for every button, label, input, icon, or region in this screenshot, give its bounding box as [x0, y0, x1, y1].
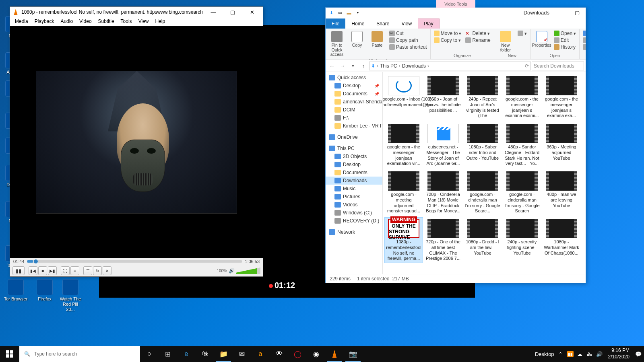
seek-slider[interactable]: [27, 260, 243, 263]
file-item[interactable]: 720p - One of the all time best CLIMAX -…: [424, 217, 462, 263]
prev-button[interactable]: ▮◀: [29, 266, 37, 275]
nav-item[interactable]: Videos: [326, 201, 382, 209]
nav-item[interactable]: Desktop📌: [326, 82, 382, 90]
amazon-icon[interactable]: a: [251, 346, 270, 362]
file-item[interactable]: google.com - cinderalla man I'm sorry - …: [463, 170, 502, 216]
menu-video[interactable]: Video: [76, 17, 95, 26]
volume-tray-icon[interactable]: 🔊: [596, 351, 603, 357]
mail-icon[interactable]: ✉: [233, 346, 251, 362]
select-none-button[interactable]: Select none: [582, 37, 586, 43]
volume-slider[interactable]: [236, 267, 260, 274]
nav-item[interactable]: Documents📌: [326, 90, 382, 98]
delete-button[interactable]: ✕Delete ▾: [464, 30, 491, 37]
desktop-icon[interactable]: Firefox: [32, 279, 57, 302]
forward-button[interactable]: →: [338, 61, 347, 71]
nav-item[interactable]: 3D Objects: [326, 152, 382, 160]
file-item[interactable]: cutscenes.net - Messenger - The Story of…: [424, 122, 462, 168]
qat-folder-icon[interactable]: ▬: [345, 9, 353, 17]
new-folder-button[interactable]: New folder: [497, 30, 514, 53]
file-item[interactable]: 480p - man we are leaving YouTube: [542, 170, 581, 216]
file-item[interactable]: mail.google.com - Inbox (109) - noselfno…: [384, 74, 423, 121]
open-button[interactable]: Open ▾: [553, 30, 577, 37]
nav-item[interactable]: Music: [326, 185, 382, 193]
loop-button[interactable]: ↻: [93, 266, 102, 275]
file-item[interactable]: 720p - Cinderella Man (18) Movie CLIP - …: [424, 170, 462, 216]
nav-item[interactable]: DCIM: [326, 106, 382, 114]
tab-play[interactable]: Play: [418, 19, 439, 29]
show-desktop-label[interactable]: Desktop: [535, 351, 554, 357]
copy-path-button[interactable]: Copy path: [388, 37, 428, 43]
search-input[interactable]: Search Downloads: [532, 62, 584, 70]
menu-playback[interactable]: Playback: [31, 17, 58, 26]
nav-item[interactable]: Documents: [326, 169, 382, 177]
file-item[interactable]: 1080p - Saber rider Intro and Outro - Yo…: [463, 122, 502, 168]
nav-item[interactable]: Quick access: [326, 74, 382, 82]
camera-icon[interactable]: 📷: [344, 346, 362, 362]
history-button[interactable]: History: [553, 44, 577, 50]
file-item[interactable]: 360p - Meeting adjourned YouTube: [542, 122, 581, 168]
shuffle-button[interactable]: ✕: [103, 266, 111, 275]
nav-item[interactable]: Downloads: [326, 177, 382, 185]
menu-subtitle[interactable]: Subtitle: [95, 17, 118, 26]
menu-help[interactable]: Help: [152, 17, 168, 26]
tab-home[interactable]: Home: [345, 19, 370, 29]
playlist-button[interactable]: ☰: [83, 266, 92, 275]
clock[interactable]: 9:16 PM2/10/2020: [606, 348, 632, 360]
close-button[interactable]: ✕: [244, 7, 260, 17]
file-item[interactable]: 240p - Repeat Joan of Arc's virginity is…: [463, 74, 502, 121]
paste-shortcut-button[interactable]: Paste shortcut: [388, 44, 428, 50]
copy-button[interactable]: Copy: [348, 30, 366, 49]
minimize-button[interactable]: ―: [205, 7, 222, 17]
address-bar[interactable]: ⬇› This PC› Downloads› ⟳: [369, 62, 531, 70]
menu-audio[interactable]: Audio: [57, 17, 76, 26]
edit-button[interactable]: Edit: [553, 37, 577, 43]
notifications-icon[interactable]: 💬: [635, 351, 642, 357]
properties-button[interactable]: ✔Properties: [533, 30, 551, 49]
nav-item[interactable]: F:\: [326, 114, 382, 122]
nav-item[interactable]: Network: [326, 228, 382, 236]
invert-selection-button[interactable]: Invert selection: [582, 44, 586, 50]
nav-item[interactable]: RECOVERY (D:): [326, 217, 382, 225]
vlc-taskbar-icon[interactable]: [325, 346, 344, 362]
nav-item[interactable]: This PC: [326, 144, 382, 152]
file-item[interactable]: google.com - meeting adjourned monster s…: [384, 170, 423, 216]
copy-to-button[interactable]: Copy to ▾: [433, 37, 462, 43]
file-item[interactable]: 480p - Sandor Clegane - Eddard Stark He …: [503, 122, 541, 168]
network-tray-icon[interactable]: 🖧: [586, 351, 593, 357]
menu-media[interactable]: Media: [12, 17, 31, 26]
rename-button[interactable]: Rename: [464, 37, 491, 43]
back-button[interactable]: ←: [327, 61, 337, 71]
ext-settings-button[interactable]: ≡: [70, 266, 79, 275]
file-item[interactable]: google.com - the messenger joanjean s ex…: [503, 74, 541, 121]
qat-props-icon[interactable]: ▭: [336, 9, 344, 17]
fullscreen-button[interactable]: ⛶: [61, 266, 70, 275]
chrome-canary-icon[interactable]: ◉: [307, 346, 325, 362]
file-item[interactable]: WARNINGONLY THESTRONG SURVIVE1080p - rem…: [384, 217, 423, 263]
desktop-icon[interactable]: Watch The Red Pill 20...: [58, 279, 83, 313]
vlc-video-area[interactable]: [10, 26, 263, 258]
store-icon[interactable]: 🛍: [196, 346, 214, 362]
mute-icon[interactable]: 🔊: [229, 268, 235, 274]
taskbar-search[interactable]: 🔍Type here to search: [19, 346, 140, 362]
file-list[interactable]: mail.google.com - Inbox (109) - noselfno…: [383, 72, 586, 274]
select-all-button[interactable]: Select all: [582, 30, 586, 37]
nav-item[interactable]: americavr-Sheridan...: [326, 98, 382, 106]
up-button[interactable]: ↑: [359, 61, 368, 71]
nav-item[interactable]: Windows (C:): [326, 209, 382, 217]
nav-item[interactable]: Desktop: [326, 160, 382, 169]
qat-more-icon[interactable]: ▾: [354, 9, 362, 17]
file-item[interactable]: 1080p - Warhammer Mark Of Chaos(1080...: [542, 217, 581, 263]
next-button[interactable]: ▶▮: [48, 266, 57, 275]
stop-button[interactable]: ■: [38, 266, 47, 275]
pause-button[interactable]: ▮▮: [12, 266, 25, 275]
file-item[interactable]: google.com - the messenger joanjean exam…: [384, 122, 423, 168]
tab-share[interactable]: Share: [370, 19, 395, 29]
tripadvisor-icon[interactable]: 👁: [270, 346, 288, 362]
cortana-icon[interactable]: ○: [140, 346, 159, 362]
explorer-taskbar-icon[interactable]: 📁: [214, 346, 233, 362]
edge-icon[interactable]: e: [177, 346, 196, 362]
tray-overflow-icon[interactable]: ⌃: [557, 351, 564, 357]
menu-view[interactable]: View: [135, 17, 152, 26]
vlc-titlebar[interactable]: 1080p - rememberlessfool No self, no fre…: [10, 7, 263, 17]
start-button[interactable]: [0, 346, 19, 362]
